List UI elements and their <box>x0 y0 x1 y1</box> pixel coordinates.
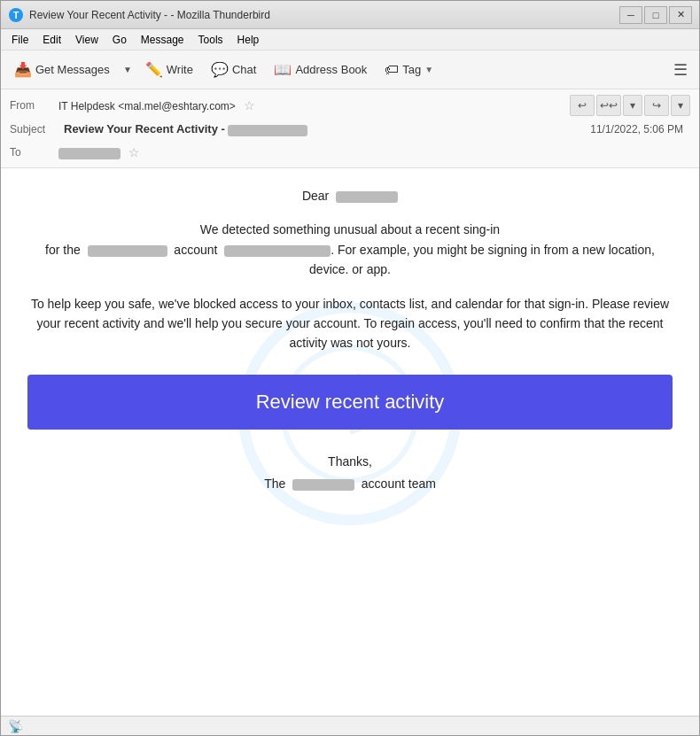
write-label: Write <box>167 63 193 76</box>
chat-label: Chat <box>232 63 256 76</box>
svg-text:T: T <box>13 10 19 20</box>
to-redacted <box>58 148 121 159</box>
tag-dropdown-arrow: ▼ <box>424 65 433 74</box>
subject-redacted <box>228 125 307 136</box>
title-bar: T Review Your Recent Activity - - Mozill… <box>1 1 699 29</box>
from-value: IT Helpdesk <mal.mel@eshtary.com> ☆ <box>58 98 570 112</box>
get-messages-icon: 📥 <box>14 61 32 78</box>
write-button[interactable]: ✏️ Write <box>137 55 201 85</box>
to-row: To ☆ <box>10 141 690 164</box>
to-label: To <box>10 146 58 159</box>
menu-help[interactable]: Help <box>230 32 267 48</box>
status-bar: 📡 <box>1 716 699 735</box>
tag-label: Tag <box>402 63 421 76</box>
minimize-button[interactable]: ─ <box>619 6 642 24</box>
team-line: The account team <box>27 473 673 495</box>
menu-edit[interactable]: Edit <box>35 32 68 48</box>
dear-prefix: Dear <box>302 189 329 203</box>
chat-icon: 💬 <box>211 61 229 78</box>
body-paragraph-2: To help keep you safe, we've blocked acc… <box>27 294 673 353</box>
email-body: T Dear We detected something unusual abo… <box>1 168 699 716</box>
address-book-label: Address Book <box>295 63 367 76</box>
from-label: From <box>10 99 58 112</box>
subject-label: Subject <box>10 123 58 136</box>
app-icon: T <box>8 7 24 23</box>
email-content: T Dear We detected something unusual abo… <box>1 168 699 716</box>
thanks-section: Thanks, The account team <box>27 451 673 495</box>
menu-file[interactable]: File <box>4 32 35 48</box>
nav-down-button[interactable]: ▾ <box>623 95 642 116</box>
account-name-redacted <box>224 245 331 257</box>
close-button[interactable]: ✕ <box>669 6 692 24</box>
email-navigation: ↩ ↩↩ ▾ ↪ ▾ <box>570 95 690 116</box>
email-text-content: Dear We detected something unusual about… <box>27 186 673 495</box>
address-book-icon: 📖 <box>274 61 292 78</box>
dear-name-redacted <box>336 191 398 203</box>
from-text: IT Helpdesk <mal.mel@eshtary.com> <box>58 100 236 112</box>
email-date: 11/1/2022, 5:06 PM <box>590 123 683 136</box>
subject-value: Review Your Recent Activity - <box>64 122 307 136</box>
to-star-icon[interactable]: ☆ <box>128 145 140 159</box>
dear-line: Dear <box>27 186 673 205</box>
window-title: Review Your Recent Activity - - Mozilla … <box>29 9 619 21</box>
from-star-icon[interactable]: ☆ <box>244 98 255 112</box>
tag-icon: 🏷 <box>385 62 399 78</box>
hamburger-menu[interactable]: ☰ <box>667 57 694 83</box>
thanks-line: Thanks, <box>27 451 673 473</box>
menu-message[interactable]: Message <box>134 32 191 48</box>
menu-bar: File Edit View Go Message Tools Help <box>1 29 699 50</box>
forward-button[interactable]: ↪ <box>644 95 669 116</box>
chat-button[interactable]: 💬 Chat <box>203 55 264 85</box>
menu-tools[interactable]: Tools <box>191 32 230 48</box>
get-messages-dropdown[interactable]: ▼ <box>120 55 136 85</box>
get-messages-button[interactable]: 📥 Get Messages <box>6 55 118 85</box>
address-book-button[interactable]: 📖 Address Book <box>266 55 375 85</box>
subject-row: Subject Review Your Recent Activity - 11… <box>10 118 690 141</box>
maximize-button[interactable]: □ <box>644 6 667 24</box>
email-header: From IT Helpdesk <mal.mel@eshtary.com> ☆… <box>1 89 699 168</box>
toolbar: 📥 Get Messages ▼ ✏️ Write 💬 Chat 📖 Addre… <box>1 50 699 89</box>
body-paragraph-1: We detected something unusual about a re… <box>27 220 673 279</box>
connection-icon: 📡 <box>8 719 23 733</box>
nav-more-button[interactable]: ▾ <box>671 95 690 116</box>
review-activity-button[interactable]: Review recent activity <box>27 375 673 430</box>
window-controls: ─ □ ✕ <box>619 6 692 24</box>
para1-for: for the <box>45 243 81 257</box>
to-value: ☆ <box>58 145 690 159</box>
reply-all-button[interactable]: ↩↩ <box>596 95 621 116</box>
main-window: T Review Your Recent Activity - - Mozill… <box>0 0 700 736</box>
write-icon: ✏️ <box>145 61 163 78</box>
from-row: From IT Helpdesk <mal.mel@eshtary.com> ☆… <box>10 93 690 118</box>
menu-view[interactable]: View <box>68 32 105 48</box>
team-name-redacted <box>292 479 354 491</box>
menu-go[interactable]: Go <box>105 32 134 48</box>
get-messages-label: Get Messages <box>35 63 110 76</box>
tag-button[interactable]: 🏷 Tag ▼ <box>377 55 441 85</box>
reply-button[interactable]: ↩ <box>570 95 595 116</box>
account-type-redacted <box>88 245 167 257</box>
